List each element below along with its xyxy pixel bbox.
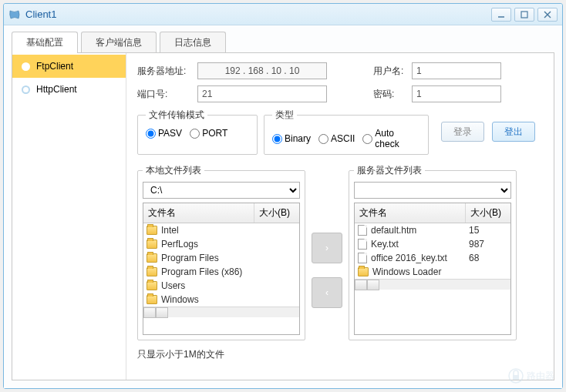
file-row[interactable]: Users: [143, 279, 299, 293]
file-row[interactable]: Key.txt987: [355, 237, 510, 251]
tab-log-info[interactable]: 日志信息: [160, 32, 226, 53]
maximize-button[interactable]: [514, 8, 534, 22]
col-filename[interactable]: 文件名: [143, 203, 254, 223]
password-label: 密码:: [373, 88, 412, 101]
sidebar-item-httpclient[interactable]: HttpClient: [12, 78, 126, 101]
file-name: Users: [161, 280, 258, 291]
server-file-list: 服务器文件列表 文件名 大小(B) default.htm15Key.txt98…: [349, 164, 517, 340]
type-group: 类型 Binary ASCII Auto check: [264, 109, 429, 155]
app-window: Client1 基础配置 客户端信息 日志信息 FtpClient HttpCl…: [3, 3, 563, 389]
file-row[interactable]: PerfLogs: [143, 237, 299, 251]
file-row[interactable]: Program Files: [143, 251, 299, 265]
folder-icon: [147, 240, 157, 249]
file-size: 15: [469, 225, 507, 236]
file-row[interactable]: Intel: [143, 223, 299, 237]
file-row[interactable]: Windows Loader: [355, 265, 510, 279]
folder-icon: [358, 267, 369, 276]
local-list-legend: 本地文件列表: [143, 164, 204, 177]
close-button[interactable]: [537, 8, 558, 22]
client-sidebar: FtpClient HttpClient: [12, 53, 126, 380]
svg-rect-1: [521, 12, 527, 18]
file-row[interactable]: Windows: [143, 293, 299, 307]
col-size[interactable]: 大小(B): [466, 203, 510, 223]
transfer-mode-group: 文件传输模式 PASV PORT: [137, 109, 258, 155]
app-icon: [8, 8, 21, 21]
port-input[interactable]: [197, 85, 327, 102]
folder-icon: [147, 226, 157, 235]
file-name: Windows: [161, 294, 258, 305]
server-address-input[interactable]: 192 . 168 . 10 . 10: [197, 62, 327, 79]
file-row[interactable]: Program Files (x86): [143, 265, 299, 279]
transfer-mode-legend: 文件传输模式: [146, 109, 207, 122]
file-name: Key.txt: [371, 239, 469, 250]
file-name: PerfLogs: [161, 239, 258, 250]
bullet-icon: [22, 62, 30, 71]
col-filename[interactable]: 文件名: [355, 203, 466, 223]
folder-icon: [147, 281, 157, 290]
folder-icon: [147, 267, 157, 276]
file-name: Program Files (x86): [161, 266, 258, 277]
radio-pasv[interactable]: PASV: [146, 128, 182, 139]
folder-icon: [147, 295, 157, 304]
server-address-label: 服务器地址:: [137, 65, 197, 78]
file-icon: [358, 225, 367, 236]
minimize-button[interactable]: [491, 8, 511, 22]
username-input[interactable]: [412, 62, 501, 79]
radio-port[interactable]: PORT: [190, 128, 227, 139]
chevron-left-icon: ‹: [325, 287, 328, 298]
file-name: Windows Loader: [372, 266, 469, 277]
sidebar-item-label: HttpClient: [36, 84, 77, 95]
window-title: Client1: [25, 8, 56, 20]
sidebar-item-label: FtpClient: [36, 61, 73, 72]
server-file-table[interactable]: 文件名 大小(B) default.htm15Key.txt987office …: [354, 203, 511, 335]
username-label: 用户名:: [373, 65, 412, 78]
upload-button[interactable]: ›: [312, 233, 342, 263]
radio-ascii[interactable]: ASCII: [318, 133, 355, 144]
server-list-legend: 服务器文件列表: [354, 164, 425, 177]
download-button[interactable]: ‹: [312, 277, 342, 308]
file-row[interactable]: office 2016_key.txt68: [355, 251, 510, 265]
local-path-dropdown[interactable]: C:\: [143, 182, 300, 199]
col-size[interactable]: 大小(B): [254, 203, 299, 223]
h-scrollbar[interactable]: [355, 279, 510, 290]
file-name: default.htm: [371, 225, 469, 236]
file-name: Intel: [161, 225, 258, 236]
chevron-right-icon: ›: [325, 243, 328, 253]
server-path-dropdown[interactable]: [354, 182, 511, 199]
radio-autocheck[interactable]: Auto check: [362, 128, 420, 149]
main-tabs: 基础配置 客户端信息 日志信息: [12, 32, 554, 53]
file-size: 68: [469, 253, 507, 263]
file-icon: [358, 239, 367, 250]
bullet-icon: [22, 85, 30, 94]
tab-client-info[interactable]: 客户端信息: [81, 32, 157, 53]
port-label: 端口号:: [137, 88, 197, 101]
local-file-table[interactable]: 文件名 大小(B) IntelPerfLogsProgram FilesProg…: [143, 203, 300, 335]
file-name: office 2016_key.txt: [371, 253, 469, 263]
sidebar-item-ftpclient[interactable]: FtpClient: [12, 55, 126, 78]
logout-button[interactable]: 登出: [492, 122, 535, 142]
file-row[interactable]: default.htm15: [355, 223, 510, 237]
folder-icon: [147, 253, 157, 263]
type-legend: 类型: [272, 109, 297, 122]
note-text: 只显示小于1M的文件: [137, 348, 543, 361]
titlebar[interactable]: Client1: [4, 4, 562, 25]
h-scrollbar[interactable]: [143, 307, 299, 317]
tab-basic-config[interactable]: 基础配置: [12, 32, 78, 53]
file-name: Program Files: [161, 253, 258, 263]
radio-binary[interactable]: Binary: [272, 133, 311, 144]
file-icon: [358, 253, 367, 263]
local-file-list: 本地文件列表 C:\ 文件名 大小(B) IntelPerfLogsProgra…: [137, 164, 305, 340]
login-button[interactable]: 登录: [441, 122, 484, 142]
file-size: 987: [469, 239, 507, 250]
password-input[interactable]: [412, 85, 501, 102]
